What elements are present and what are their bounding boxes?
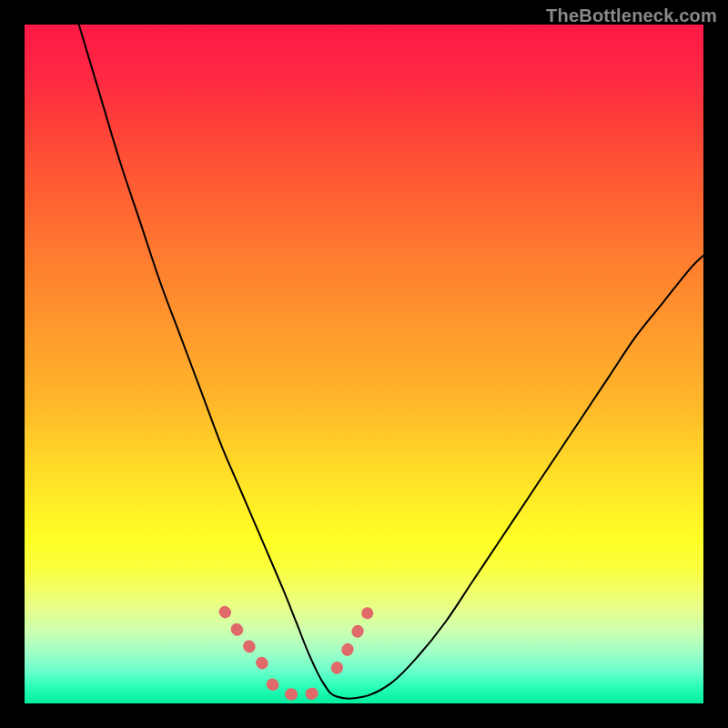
plot-area	[25, 25, 703, 703]
highlight-bottom	[272, 684, 327, 695]
highlight-right	[337, 613, 368, 668]
curve-svg	[25, 25, 703, 703]
watermark-text: TheBottleneck.com	[546, 5, 717, 26]
highlight-left	[225, 612, 266, 667]
bottleneck-curve	[79, 25, 703, 699]
chart-container: TheBottleneck.com	[0, 0, 728, 728]
